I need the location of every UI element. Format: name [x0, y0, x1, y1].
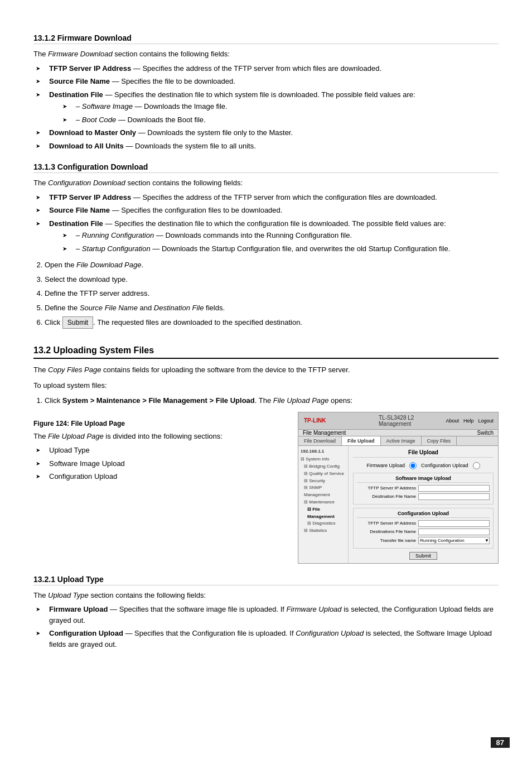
list-item: – Software Image — Downloads the Image f… [60, 101, 499, 112]
tab-file-download[interactable]: File Download [298, 436, 342, 445]
router-body: 192.168.1.1 ⊟ System Info ⊟ Bridging Con… [298, 446, 498, 563]
help-link[interactable]: Help [463, 418, 474, 424]
section-1313-bullets: TFTP Server IP Address — Specifies the a… [33, 192, 499, 254]
upload-type-row: Firmware Upload Configuration Upload [353, 462, 494, 469]
config-upload-radio[interactable] [473, 462, 480, 469]
list-item: Source File Name — Specifies the configu… [33, 205, 499, 216]
section-132-title: 13.2 Uploading System Files [33, 345, 499, 359]
upload-steps: Click System > Maintenance > File Manage… [45, 395, 499, 406]
steps-list: Open the File Download Page. Select the … [45, 260, 499, 329]
sw-tftp-input[interactable] [418, 485, 490, 492]
upload-intro: To upload system files: [33, 380, 499, 391]
cfg-dest-label: Destinations File Name [357, 529, 418, 534]
file-management-label: File Management [303, 430, 346, 436]
list-item: – Startup Configuration — Downloads the … [60, 243, 499, 254]
list-item: Select the download type. [45, 274, 499, 285]
router-logo: TP-LINK [303, 416, 331, 426]
firmware-upload-radio[interactable] [409, 462, 417, 469]
logout-link[interactable]: Logout [478, 418, 494, 424]
figure-desc: The File Upload Page is divided into the… [33, 431, 287, 442]
firmware-upload-label: Firmware Upload [366, 463, 405, 468]
sections-list: Upload Type Software Image Upload Config… [33, 445, 287, 482]
router-ui: TP-LINK TL-SL3428 L2 Management About He… [298, 412, 499, 564]
model-label: TL-SL3428 L2 Management [334, 415, 442, 427]
router-sidebar: 192.168.1.1 ⊟ System Info ⊟ Bridging Con… [298, 446, 349, 563]
config-upload-label: Configuration Upload [421, 463, 468, 468]
sw-image-upload-section: Software Image Upload TFTP Server IP Add… [353, 473, 494, 505]
router-ui-mockup: TP-LINK TL-SL3428 L2 Management About He… [298, 412, 499, 564]
list-item: – Running Configuration — Downloads comm… [60, 230, 499, 241]
cfg-transfer-row: Transfer file name Running Configuration… [357, 537, 490, 544]
submit-button[interactable]: Submit [409, 552, 437, 560]
submit-button-inline: Submit [62, 316, 93, 329]
sidebar-item-system[interactable]: ⊟ System Info [301, 456, 346, 463]
sidebar-item-statistics[interactable]: ⊟ Statistics [301, 527, 346, 535]
list-item: Configuration Upload — Specifies that th… [33, 628, 499, 650]
sidebar-item-maintenance[interactable]: ⊟ Maintenance [301, 499, 346, 506]
figure-left-text: Figure 124: File Upload Page The File Up… [33, 412, 287, 488]
router-header: TP-LINK TL-SL3428 L2 Management About He… [298, 412, 498, 430]
page-number: 87 [491, 737, 510, 748]
tab-active-image[interactable]: Active Image [381, 436, 422, 445]
list-item: TFTP Server IP Address — Specifies the a… [33, 192, 499, 203]
cfg-dest-row: Destinations File Name [357, 529, 490, 535]
list-item: Open the File Download Page. [45, 260, 499, 271]
nav-right: About Help Logout [446, 418, 494, 424]
section-1312-intro: The Firmware Download section contains t… [33, 49, 499, 60]
list-item: Define the Source File Name and Destinat… [45, 302, 499, 314]
section-1321-bullets: Firmware Upload — Specifies that the sof… [33, 604, 499, 650]
list-item: Define the TFTP server address. [45, 288, 499, 299]
section-132: 13.2 Uploading System Files The Copy Fil… [33, 345, 499, 406]
sidebar-item-bridging[interactable]: ⊟ Bridging Config [301, 463, 346, 470]
list-item: Upload Type [33, 445, 287, 456]
cfg-tftp-input[interactable] [418, 520, 490, 527]
list-item: Download to Master Only — Downloads the … [33, 127, 499, 138]
list-item: Configuration Upload [33, 471, 287, 482]
sidebar-ip: 192.168.1.1 [301, 448, 346, 455]
sidebar-item-security[interactable]: ⊟ Security [301, 478, 346, 485]
sw-dest-input[interactable] [418, 493, 490, 500]
cfg-transfer-value: Running Configuration [420, 538, 465, 543]
cfg-tftp-label: TFTP Server IP Address [357, 521, 418, 526]
section-1321: 13.2.1 Upload Type The Upload Type secti… [33, 575, 499, 650]
sidebar-item-qos[interactable]: ⊟ Quality of Service [301, 470, 346, 478]
list-item: Source File Name — Specifies the file to… [33, 76, 499, 87]
tab-copy-files[interactable]: Copy Files [422, 436, 457, 445]
section-1312-title: 13.1.2 Firmware Download [33, 33, 499, 44]
sidebar-item-file-mgmt[interactable]: ⊟ File Management [301, 506, 346, 521]
about-link[interactable]: About [446, 418, 459, 424]
sidebar-item-snmp[interactable]: ⊟ SNMP Management [301, 484, 346, 499]
sw-tftp-label: TFTP Server IP Address [357, 486, 418, 491]
list-item: Software Image Upload [33, 458, 287, 469]
cfg-transfer-label: Transfer file name [357, 538, 418, 543]
list-item: Click System > Maintenance > File Manage… [45, 395, 499, 406]
sidebar-item-diagnostics[interactable]: ⊟ Diagnostics [301, 520, 346, 527]
section-1313: 13.1.3 Configuration Download The Config… [33, 162, 499, 254]
list-item: Firmware Upload — Specifies that the sof… [33, 604, 499, 626]
list-item: Destination File — Specifies the destina… [33, 89, 499, 126]
sw-tftp-row: TFTP Server IP Address [357, 485, 490, 492]
list-item: Click Submit. The requested files are do… [45, 316, 499, 329]
cfg-tftp-row: TFTP Server IP Address [357, 520, 490, 527]
cfg-title: Configuration Upload [357, 511, 490, 518]
sw-image-title: Software Image Upload [357, 475, 490, 483]
section-1312-bullets: TFTP Server IP Address — Specifies the a… [33, 63, 499, 152]
section-1313-title: 13.1.3 Configuration Download [33, 162, 499, 173]
tab-file-upload[interactable]: File Upload [342, 436, 381, 445]
main-title: File Upload [353, 449, 494, 458]
cfg-transfer-select[interactable]: Running Configuration ▼ [418, 537, 490, 544]
submit-row: Submit [353, 552, 494, 560]
switch-label: Switch [477, 430, 494, 436]
section-132-intro: The Copy Files Page contains fields for … [33, 364, 499, 376]
router-tabs: File Download File Upload Active Image C… [298, 436, 498, 446]
router-main-content: File Upload Firmware Upload Configuratio… [349, 446, 498, 563]
sw-dest-row: Destination File Name [357, 493, 490, 500]
sw-dest-label: Destination File Name [357, 494, 418, 499]
figure-label: Figure 124: File Upload Page [33, 420, 287, 427]
dropdown-icon: ▼ [485, 538, 489, 543]
cfg-dest-input[interactable] [418, 529, 490, 535]
section-1321-title: 13.2.1 Upload Type [33, 575, 499, 585]
list-item: Download to All Units — Downloads the sy… [33, 141, 499, 152]
list-item: – Boot Code — Downloads the Boot file. [60, 114, 499, 126]
section-1313-intro: The Configuration Download section conta… [33, 177, 499, 189]
